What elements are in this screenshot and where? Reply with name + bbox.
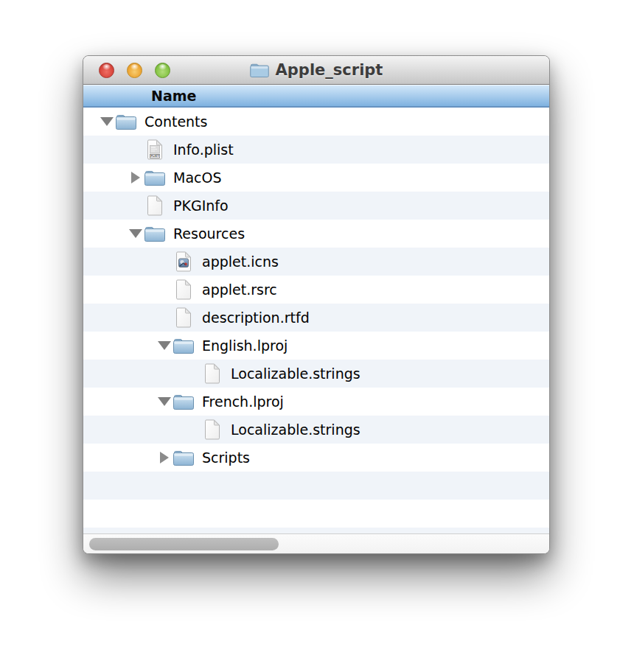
folder-icon xyxy=(116,111,136,133)
tree-row[interactable]: applet.icns xyxy=(83,248,549,276)
indent-spacer xyxy=(83,346,156,346)
tree-row[interactable]: PKGInfo xyxy=(83,192,549,220)
disclosure-triangle-icon[interactable] xyxy=(156,449,173,466)
file-name-label: Info.plist xyxy=(173,141,234,158)
tree-row[interactable]: description.rtfd xyxy=(83,304,549,332)
indent-spacer xyxy=(83,206,127,206)
indent-spacer xyxy=(83,262,156,262)
file-name-label: PKGInfo xyxy=(173,197,229,214)
file-name-label: MacOS xyxy=(173,169,222,186)
file-icon xyxy=(173,279,194,301)
indent-spacer xyxy=(83,290,156,290)
tree-row[interactable]: English.lproj xyxy=(83,332,549,360)
folder-icon xyxy=(173,447,194,469)
title-bar[interactable]: Apple_script xyxy=(83,56,549,85)
disclosure-triangle-icon xyxy=(156,309,173,326)
window-title: Apple_script xyxy=(250,61,383,79)
file-icon xyxy=(202,363,223,385)
file-name-label: applet.icns xyxy=(202,253,279,270)
indent-spacer xyxy=(83,458,156,458)
indent-spacer xyxy=(83,402,156,402)
traffic-lights xyxy=(99,56,170,84)
tree-row[interactable]: Localizable.strings xyxy=(83,360,549,388)
disclosure-triangle-icon[interactable] xyxy=(156,393,173,410)
file-name-label: French.lproj xyxy=(202,393,284,410)
indent-spacer xyxy=(83,178,127,178)
disclosure-triangle-icon[interactable] xyxy=(98,113,116,130)
document-icon xyxy=(204,419,220,440)
file-name-label: Resources xyxy=(173,225,245,242)
zoom-button[interactable] xyxy=(155,63,170,78)
file-tree: Contents PLIST Info.plist MacOS xyxy=(83,108,549,533)
minimize-button[interactable] xyxy=(127,63,142,78)
document-icon xyxy=(175,307,192,328)
folder-icon xyxy=(144,167,165,189)
file-icon xyxy=(202,419,223,441)
indent-spacer xyxy=(83,122,98,122)
disclosure-triangle-icon[interactable] xyxy=(156,337,173,354)
indent-spacer xyxy=(83,234,127,234)
close-button[interactable] xyxy=(99,63,114,78)
file-icon xyxy=(173,307,194,329)
folder-icon xyxy=(173,335,194,357)
tree-row[interactable]: French.lproj xyxy=(83,388,549,416)
horizontal-scrollbar[interactable] xyxy=(83,533,549,554)
disclosure-triangle-icon xyxy=(156,253,173,270)
tree-row[interactable]: applet.rsrc xyxy=(83,276,549,304)
file-icon xyxy=(144,195,165,217)
file-name-label: Contents xyxy=(144,113,207,130)
scrollbar-thumb[interactable] xyxy=(89,538,279,550)
file-name-label: description.rtfd xyxy=(202,309,310,326)
document-icon xyxy=(175,279,192,300)
tree-row[interactable]: Resources xyxy=(83,220,549,248)
indent-spacer xyxy=(83,318,156,318)
folder-icon xyxy=(173,449,194,466)
disclosure-triangle-icon[interactable] xyxy=(127,169,144,186)
tree-row[interactable]: PLIST Info.plist xyxy=(83,136,549,164)
icns-document-icon xyxy=(175,251,192,272)
tree-row[interactable]: Contents xyxy=(83,108,549,136)
folder-icon xyxy=(173,391,194,413)
file-name-label: Scripts xyxy=(202,449,250,466)
finder-window: Apple_script Name Contents PLIST xyxy=(83,55,550,554)
indent-spacer xyxy=(83,374,184,374)
file-name-label: English.lproj xyxy=(202,337,288,354)
document-icon xyxy=(147,195,163,216)
tree-row[interactable]: Scripts xyxy=(83,444,549,472)
disclosure-triangle-icon xyxy=(127,141,144,158)
window-title-text: Apple_script xyxy=(276,61,383,79)
folder-icon xyxy=(116,113,136,130)
disclosure-triangle-icon xyxy=(156,281,173,298)
folder-icon xyxy=(173,337,194,354)
plist-file-icon: PLIST xyxy=(144,139,165,161)
name-column-label: Name xyxy=(151,88,196,104)
indent-spacer xyxy=(83,150,127,150)
folder-icon xyxy=(144,169,165,186)
document-icon xyxy=(204,363,220,384)
file-name-label: Localizable.strings xyxy=(231,421,360,438)
folder-icon xyxy=(144,223,165,245)
disclosure-triangle-icon[interactable] xyxy=(127,225,144,242)
folder-icon xyxy=(144,225,165,242)
tree-row[interactable]: MacOS xyxy=(83,164,549,192)
plist-document-icon: PLIST xyxy=(147,139,163,160)
file-name-label: applet.rsrc xyxy=(202,281,277,298)
tree-row[interactable]: Localizable.strings xyxy=(83,416,549,444)
svg-text:PLIST: PLIST xyxy=(150,155,159,158)
disclosure-triangle-icon xyxy=(184,365,202,382)
icns-file-icon xyxy=(173,251,194,273)
indent-spacer xyxy=(83,430,184,430)
disclosure-triangle-icon xyxy=(127,197,144,214)
disclosure-triangle-icon xyxy=(184,421,202,438)
name-column-header[interactable]: Name xyxy=(83,85,549,108)
folder-icon xyxy=(250,63,269,77)
folder-icon xyxy=(173,393,194,410)
file-name-label: Localizable.strings xyxy=(231,365,360,382)
